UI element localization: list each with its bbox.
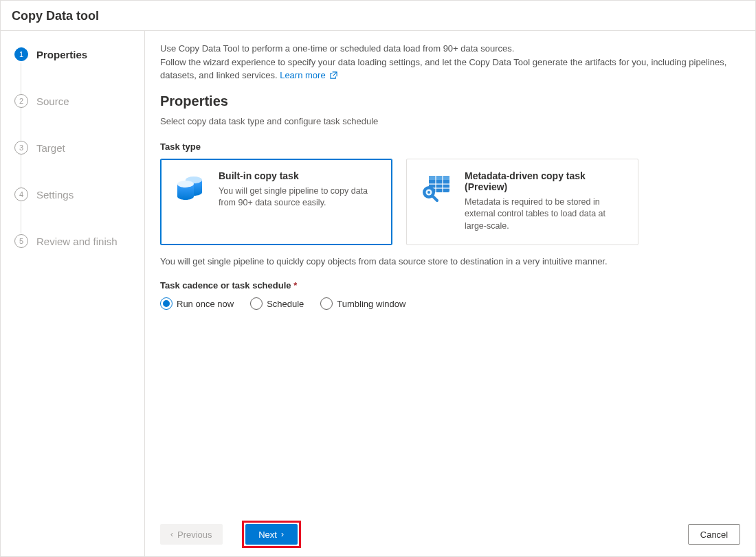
step-number-icon: 5 xyxy=(14,234,28,248)
radio-run-once-now[interactable]: Run once now xyxy=(160,297,234,310)
intro-line2: Follow the wizard experience to specify … xyxy=(160,57,726,81)
previous-button[interactable]: ‹ Previous xyxy=(160,524,223,545)
section-title: Properties xyxy=(160,93,740,109)
card-title: Metadata-driven copy task (Preview) xyxy=(465,170,625,192)
wizard-sidebar: 1 Properties 2 Source 3 Target 4 Setting… xyxy=(1,31,145,556)
cadence-radio-group: Run once now Schedule Tumbling window xyxy=(160,297,740,310)
step-source[interactable]: 2 Source xyxy=(1,90,144,112)
learn-more-link[interactable]: Learn more xyxy=(280,70,337,80)
chevron-right-icon: › xyxy=(281,530,284,538)
radio-tumbling-window[interactable]: Tumbling window xyxy=(320,297,405,310)
card-desc: Metadata is required to be stored in ext… xyxy=(465,196,625,233)
step-label: Properties xyxy=(36,49,87,60)
learn-more-label: Learn more xyxy=(280,70,325,80)
metadata-table-icon xyxy=(419,170,452,203)
chevron-left-icon: ‹ xyxy=(170,530,173,538)
next-button-highlight: Next › xyxy=(242,521,301,548)
svg-rect-3 xyxy=(429,176,449,180)
task-cadence-label: Task cadence or task schedule xyxy=(160,280,740,291)
card-desc: You will get single pipeline to copy dat… xyxy=(219,185,379,209)
radio-icon xyxy=(250,297,263,310)
database-icon xyxy=(173,170,206,203)
task-type-label: Task type xyxy=(160,141,740,152)
step-settings[interactable]: 4 Settings xyxy=(1,183,144,205)
intro-text: Use Copy Data Tool to perform a one-time… xyxy=(160,42,740,82)
cancel-button[interactable]: Cancel xyxy=(688,524,740,545)
next-button[interactable]: Next › xyxy=(245,524,298,545)
step-target[interactable]: 3 Target xyxy=(1,137,144,159)
svg-point-10 xyxy=(427,191,430,194)
card-builtin-copy-task[interactable]: Built-in copy task You will get single p… xyxy=(160,159,392,246)
window-title: Copy Data tool xyxy=(1,1,755,31)
step-properties[interactable]: 1 Properties xyxy=(1,43,144,65)
step-label: Source xyxy=(36,95,69,107)
step-number-icon: 1 xyxy=(14,47,28,61)
intro-line1: Use Copy Data Tool to perform a one-time… xyxy=(160,43,514,54)
radio-icon xyxy=(320,297,333,310)
step-label: Target xyxy=(36,142,65,154)
svg-point-1 xyxy=(177,181,194,187)
step-label: Settings xyxy=(36,189,74,201)
step-review-finish[interactable]: 5 Review and finish xyxy=(1,230,144,252)
radio-icon xyxy=(160,297,173,310)
step-label: Review and finish xyxy=(36,236,118,247)
step-number-icon: 3 xyxy=(14,141,28,155)
card-title: Built-in copy task xyxy=(219,170,379,181)
wizard-footer: ‹ Previous Next › Cancel xyxy=(145,514,755,556)
section-subtitle: Select copy data task type and configure… xyxy=(160,116,740,126)
card-metadata-driven-copy-task[interactable]: Metadata-driven copy task (Preview) Meta… xyxy=(406,159,638,246)
radio-schedule[interactable]: Schedule xyxy=(250,297,304,310)
previous-label: Previous xyxy=(177,530,212,540)
step-number-icon: 4 xyxy=(14,187,28,201)
next-label: Next xyxy=(258,530,277,540)
task-type-hint: You will get single pipeline to quickly … xyxy=(160,256,740,266)
radio-label: Run once now xyxy=(177,299,234,309)
radio-label: Tumbling window xyxy=(337,299,405,309)
main-content: Use Copy Data Tool to perform a one-time… xyxy=(145,31,755,514)
cancel-label: Cancel xyxy=(700,530,728,540)
radio-label: Schedule xyxy=(267,299,304,309)
step-number-icon: 2 xyxy=(14,94,28,108)
external-link-icon xyxy=(330,71,337,79)
